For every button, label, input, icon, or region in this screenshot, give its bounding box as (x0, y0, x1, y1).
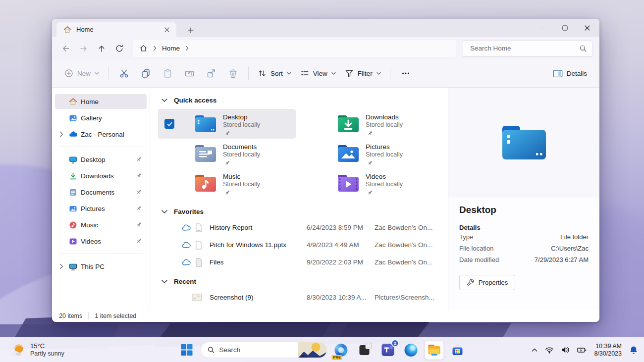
search-box[interactable] (463, 40, 592, 57)
filter-button-label: Filter (358, 70, 373, 77)
check-icon (166, 121, 173, 127)
sidebar-item-gallery[interactable]: Gallery (55, 110, 147, 125)
weather-widget[interactable]: 15°C Partly sunny (6, 337, 68, 362)
windows-logo-icon (180, 344, 193, 356)
filter-button[interactable]: Filter (340, 65, 385, 82)
details-pane-toggle[interactable]: Details (548, 65, 591, 82)
sidebar-item-label: Home (81, 98, 99, 105)
explorer-body: Home Gallery (52, 88, 599, 310)
gallery-icon (69, 114, 77, 122)
app-edge-preview[interactable]: PRE (332, 341, 351, 360)
notification-bell[interactable] (627, 344, 640, 357)
app-snipping[interactable] (355, 341, 374, 360)
chevron-down-icon (287, 71, 291, 75)
copy-button[interactable] (135, 64, 157, 83)
section-header-quick-access[interactable]: Quick access (158, 93, 448, 107)
back-button[interactable] (57, 41, 75, 56)
search-icon (579, 45, 587, 52)
sort-button-label: Sort (270, 70, 283, 77)
file-date: 6/24/2023 8:59 PM (307, 224, 375, 231)
breadcrumb-segment-home[interactable]: Home (162, 45, 180, 52)
section-header-favorites[interactable]: Favorites (158, 204, 448, 219)
chevron-down-icon (95, 71, 99, 75)
forward-button[interactable] (75, 41, 93, 56)
search-input[interactable] (470, 45, 579, 52)
sidebar-item-home[interactable]: Home (55, 94, 147, 109)
pre-badge: PRE (332, 355, 342, 360)
sidebar-item-music[interactable]: Music (55, 217, 147, 232)
sidebar-item-onedrive[interactable]: Zac - Personal (55, 127, 147, 142)
battery-indicator[interactable] (575, 345, 589, 356)
quick-access-tile-videos[interactable]: Videos Stored locally (301, 168, 438, 198)
clock-date: 8/30/2023 (594, 350, 622, 358)
volume-indicator[interactable] (559, 344, 572, 356)
sidebar-item-downloads[interactable]: Downloads (55, 168, 147, 183)
hidden-icons-button[interactable] (530, 346, 539, 354)
close-window-button[interactable] (576, 20, 598, 36)
tile-subtitle: Stored locally (223, 181, 260, 188)
details-field-type: Type File folder (459, 231, 589, 243)
quick-access-tile-desktop[interactable]: Desktop Stored locally (158, 109, 296, 139)
taskbar-clock[interactable]: 10:39 AM 8/30/2023 (594, 343, 622, 358)
selection-checkbox[interactable] (164, 119, 174, 129)
app-file-explorer[interactable] (425, 341, 444, 360)
taskbar-search-label: Search (219, 346, 294, 354)
breadcrumb[interactable]: Home (133, 40, 456, 57)
maximize-button[interactable] (554, 20, 576, 36)
quick-access-tile-downloads[interactable]: Downloads Stored locally (301, 109, 438, 139)
more-options-button[interactable] (395, 64, 417, 83)
file-row-screenshot[interactable]: Screenshot (9) 8/30/2023 10:39 A... Pict… (158, 289, 448, 306)
taskbar-search[interactable]: Search (201, 342, 327, 358)
start-button[interactable] (177, 341, 196, 360)
quick-access-tile-documents[interactable]: Documents Stored locally (158, 139, 296, 168)
app-microsoft-store[interactable] (448, 341, 467, 360)
app-teams[interactable]: 2 (378, 341, 397, 360)
up-button[interactable] (93, 41, 110, 56)
section-header-recent[interactable]: Recent (158, 274, 448, 289)
tab-title: Home (76, 26, 157, 33)
rename-button[interactable] (178, 64, 200, 83)
taskbar: 15°C Partly sunny Search (0, 337, 644, 362)
sidebar-item-pictures[interactable]: Pictures (55, 201, 147, 216)
wifi-indicator[interactable] (543, 345, 556, 356)
tab-home[interactable]: Home (56, 22, 176, 37)
delete-button[interactable] (222, 64, 244, 83)
file-row-history-report[interactable]: History Report 6/24/2023 8:59 PM Zac Bow… (158, 219, 448, 236)
sidebar-item-label: This PC (81, 263, 105, 270)
window-controls (532, 20, 598, 36)
clock-time: 10:39 AM (594, 343, 622, 350)
share-button[interactable] (200, 64, 222, 83)
view-button[interactable]: View (296, 65, 340, 82)
tab-close-button[interactable] (161, 24, 172, 35)
file-name: Pitch for Windows 11.pptx (210, 241, 307, 249)
properties-button[interactable]: Properties (459, 275, 515, 290)
home-icon (63, 26, 71, 34)
overlapping-squares-icon (360, 345, 370, 355)
file-row-files[interactable]: Files 9/20/2022 2:03 PM Zac Bowden's On.… (158, 254, 448, 271)
sidebar-item-documents[interactable]: Documents (55, 185, 147, 200)
field-value: File folder (560, 231, 589, 243)
cut-button[interactable] (113, 64, 135, 83)
pictures-folder-icon (337, 145, 359, 162)
new-tab-button[interactable] (183, 23, 198, 37)
view-button-label: View (313, 70, 327, 77)
field-label: Date modified (459, 254, 499, 265)
chevron-right-icon (153, 46, 157, 51)
sidebar-item-desktop[interactable]: Desktop (55, 152, 147, 167)
properties-button-label: Properties (479, 279, 508, 286)
refresh-button[interactable] (110, 41, 128, 56)
sidebar-item-videos[interactable]: Videos (55, 234, 147, 249)
paste-button[interactable] (157, 64, 178, 83)
minimize-button[interactable] (532, 20, 554, 36)
new-button[interactable]: New (60, 65, 104, 82)
sidebar-item-label: Desktop (81, 156, 106, 163)
sidebar-item-this-pc[interactable]: This PC (55, 259, 147, 274)
navigation-bar: Home (52, 37, 599, 59)
tile-subtitle: Stored locally (223, 151, 260, 158)
quick-access-tile-music[interactable]: Music Stored locally (158, 168, 296, 198)
file-row-pitch[interactable]: Pitch for Windows 11.pptx 4/9/2023 4:49 … (158, 236, 448, 254)
pin-icon (136, 222, 142, 228)
sort-button[interactable]: Sort (253, 65, 296, 82)
app-edge[interactable] (402, 341, 421, 360)
quick-access-tile-pictures[interactable]: Pictures Stored locally (301, 139, 438, 168)
